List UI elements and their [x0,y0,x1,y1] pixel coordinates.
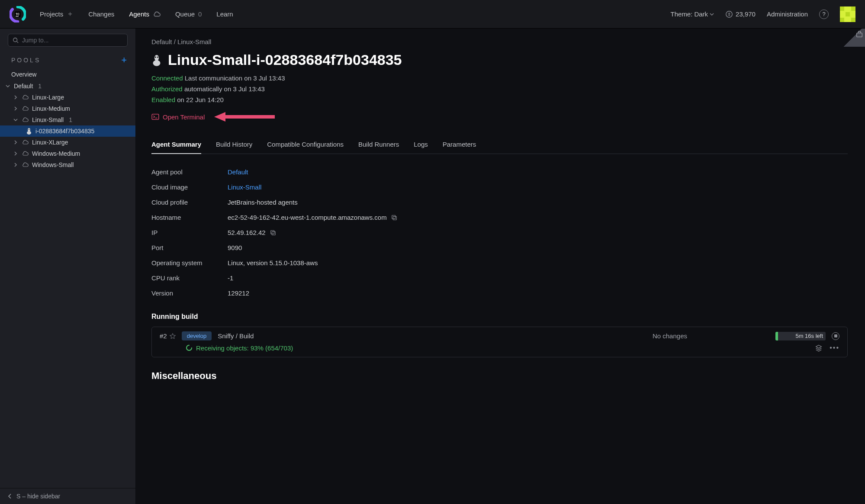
chevron-down-icon [5,84,10,88]
branch-chip[interactable]: develop [182,331,212,340]
administration-link[interactable]: Administration [767,10,808,18]
svg-point-14 [157,56,158,58]
connected-text: Last communication on 3 Jul 13:43 [185,74,285,82]
tab-parameters[interactable]: Parameters [443,137,476,154]
tree-agent-selected[interactable]: i-02883684f7b034835 [0,125,135,137]
nav-agents[interactable]: Agents [129,10,161,18]
tab-build-history[interactable]: Build History [216,137,252,154]
prop-value-profile: JetBrains-hosted agents [228,199,298,206]
tree-item-windows-small[interactable]: Windows-Small [0,159,135,170]
nav-projects[interactable]: Projects ＋ [40,10,74,19]
tree-item-label: Linux-Small [32,116,64,123]
tree-item-label: Linux-Large [32,94,64,101]
user-avatar[interactable] [840,6,855,22]
sidebar-search[interactable] [8,34,128,47]
pools-heading: POOLS [11,57,41,64]
prop-label-profile: Cloud profile [151,199,228,206]
build-number[interactable]: #2 [160,332,176,340]
tree-item-count: 1 [69,116,72,123]
cloud-icon [22,95,29,100]
top-header: TC Projects ＋ Changes Agents Queue 0 Lea… [0,0,865,29]
page-title: Linux-Small-i-02883684f7b034835 [168,51,402,68]
corner-toolbox[interactable] [841,29,865,47]
theme-selector[interactable]: Theme: Dark [671,10,714,18]
breadcrumb: Default / Linux-Small [151,38,848,45]
svg-point-8 [28,129,29,130]
breadcrumb-sep: / [174,38,176,45]
cloud-icon [22,106,29,111]
chevron-down-icon [710,12,714,16]
plus-icon[interactable]: ＋ [67,10,74,19]
nav-changes[interactable]: Changes [88,10,114,18]
prop-value-image[interactable]: Linux-Small [228,183,261,191]
agent-properties: Agent pool Default Cloud image Linux-Sma… [151,164,848,301]
copy-icon[interactable] [270,230,276,236]
nav-queue-label: Queue [175,10,195,18]
prop-label-version: Version [151,289,228,297]
svg-point-6 [28,128,30,132]
tab-agent-summary[interactable]: Agent Summary [151,137,201,154]
svg-marker-17 [214,112,225,122]
stop-build-button[interactable] [832,332,839,340]
app-logo[interactable]: TC [10,6,26,22]
svg-rect-20 [272,231,275,235]
tab-compatible-configs[interactable]: Compatible Configurations [267,137,344,154]
svg-rect-2 [16,16,19,16]
svg-rect-21 [270,230,274,234]
svg-point-7 [27,131,31,135]
svg-rect-15 [152,114,159,119]
cloud-icon [153,11,161,17]
chevron-down-icon [13,118,18,122]
prop-value-ip: 52.49.162.42 [228,229,266,236]
chevron-left-icon [8,494,12,499]
tree-item-windows-medium[interactable]: Windows-Medium [0,148,135,159]
time-left: 5m 16s left [795,333,823,339]
build-path[interactable]: Sniffy / Build [218,332,254,340]
search-input[interactable] [22,37,123,44]
more-icon[interactable]: ••• [830,344,839,352]
enabled-label: Enabled [151,96,175,103]
star-icon[interactable] [170,333,176,339]
prop-label-port: Port [151,244,228,251]
enabled-text: on 22 Jun 14:20 [177,96,224,103]
tree-item-label: Windows-Medium [32,150,80,157]
running-build-heading: Running build [151,313,848,321]
tab-bar: Agent Summary Build History Compatible C… [151,137,848,154]
queue-count: 0 [198,10,202,18]
prop-value-os: Linux, version 5.15.0-1038-aws [228,259,318,266]
tree-item-linux-medium[interactable]: Linux-Medium [0,103,135,114]
add-pool-button[interactable]: + [121,55,127,66]
tree-item-linux-xlarge[interactable]: Linux-XLarge [0,137,135,148]
open-terminal-label: Open Terminal [163,113,205,121]
svg-point-11 [154,55,159,61]
tree-item-linux-small[interactable]: Linux-Small 1 [0,114,135,125]
layers-icon[interactable] [815,344,823,352]
credits-display[interactable]: 23,970 [725,10,756,18]
cloud-icon [22,162,29,167]
svg-point-4 [13,38,17,42]
connected-label: Connected [151,74,183,82]
spinner-icon [186,344,193,351]
breadcrumb-leaf[interactable]: Linux-Small [177,38,211,45]
tree-pool-default[interactable]: Default 1 [0,80,135,92]
breadcrumb-root[interactable]: Default [151,38,172,45]
tree-item-linux-large[interactable]: Linux-Large [0,92,135,103]
tab-logs[interactable]: Logs [414,137,428,154]
cloud-icon [22,140,29,145]
copy-icon[interactable] [391,215,397,221]
sidebar-hide-hint[interactable]: S – hide sidebar [0,488,135,504]
nav-projects-label: Projects [40,10,63,18]
cloud-icon [22,117,29,122]
prop-value-port: 9090 [228,244,242,251]
nav-learn[interactable]: Learn [216,10,233,18]
sidebar: POOLS + Overview Default 1 Linux-Large [0,29,136,504]
prop-value-pool[interactable]: Default [228,168,248,176]
nav-queue[interactable]: Queue 0 [175,10,202,18]
miscellaneous-heading: Miscellaneous [151,370,848,382]
svg-line-5 [17,42,19,43]
open-terminal-button[interactable]: Open Terminal [151,113,205,121]
sidebar-overview[interactable]: Overview [0,68,135,80]
chevron-right-icon [13,106,18,111]
help-icon[interactable]: ? [819,10,829,19]
tab-build-runners[interactable]: Build Runners [358,137,399,154]
